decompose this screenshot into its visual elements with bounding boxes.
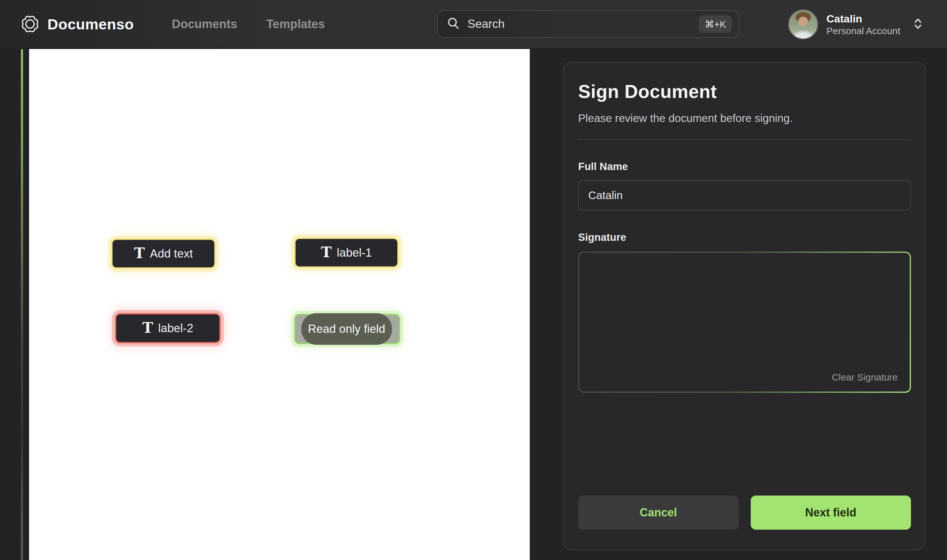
signature-pad-border: Clear Signature <box>578 252 911 393</box>
search-shortcut-badge: ⌘+K <box>699 15 732 33</box>
read-only-tooltip-label: Read only field <box>308 322 385 335</box>
next-field-button[interactable]: Next field <box>751 495 911 530</box>
panel-actions: Cancel Next field <box>578 495 911 530</box>
user-menu[interactable]: Catalin Personal Account <box>788 7 924 42</box>
field-label: label-1 <box>337 246 372 260</box>
signature-field-label-1[interactable]: T label-1 <box>294 238 399 268</box>
signature-field-label-2[interactable]: T label-2 <box>115 313 221 343</box>
panel-divider <box>578 139 911 140</box>
search-input[interactable]: Search ⌘+K <box>437 10 739 38</box>
signature-pad[interactable]: Clear Signature <box>579 253 910 392</box>
read-only-tooltip: Read only field <box>301 313 392 345</box>
document-scroll-indicator[interactable] <box>21 49 23 560</box>
documenso-logo-icon <box>20 14 40 34</box>
user-account-type: Personal Account <box>827 25 900 37</box>
text-field-icon: T <box>134 246 145 260</box>
clear-signature-button[interactable]: Clear Signature <box>832 372 898 383</box>
brand[interactable]: Documenso <box>20 14 134 34</box>
chevron-up-down-icon <box>912 16 924 32</box>
signature-label: Signature <box>578 231 911 243</box>
signature-field-read-only: text-3 Read only field <box>294 314 400 344</box>
text-field-icon: T <box>142 320 153 335</box>
nav-item-templates[interactable]: Templates <box>266 17 325 31</box>
brand-name: Documenso <box>48 15 134 33</box>
field-label: label-2 <box>159 322 194 335</box>
full-name-input[interactable] <box>578 180 911 211</box>
cancel-button[interactable]: Cancel <box>578 495 739 530</box>
search-icon <box>447 17 460 32</box>
signature-field-add-text[interactable]: T Add text <box>111 238 216 269</box>
full-name-label: Full Name <box>578 160 911 172</box>
text-field-icon: T <box>321 245 331 260</box>
top-nav: Documenso Documents Templates Search ⌘+K… <box>0 0 947 48</box>
user-name: Catalin <box>827 12 900 26</box>
nav-item-documents[interactable]: Documents <box>172 17 237 31</box>
field-label: Add text <box>150 247 193 260</box>
avatar <box>788 9 818 40</box>
search-placeholder: Search <box>468 17 699 31</box>
document-page: T Add text T label-1 T label-2 text-3 Re… <box>29 49 530 560</box>
panel-title: Sign Document <box>578 81 911 102</box>
sign-document-panel: Sign Document Please review the document… <box>563 62 925 550</box>
main-nav: Documents Templates <box>172 17 325 31</box>
panel-subtitle: Please review the document before signin… <box>578 112 911 125</box>
